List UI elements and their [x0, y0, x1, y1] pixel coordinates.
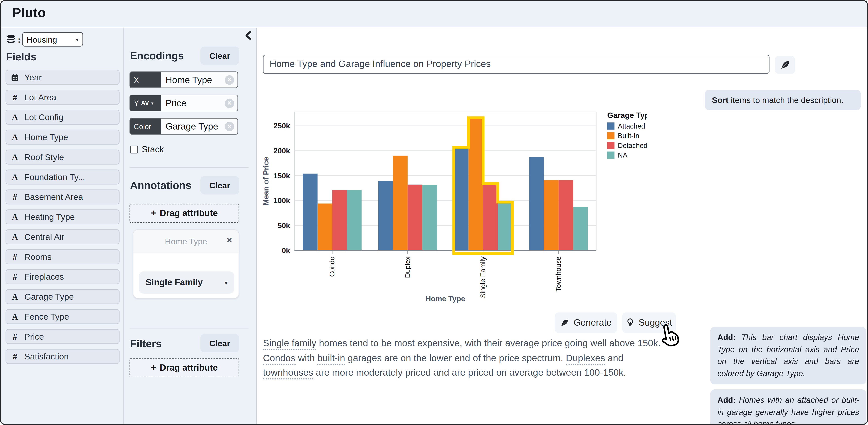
filters-heading: Filters [130, 338, 162, 350]
description-text: garages are on the lower end of the pric… [345, 352, 566, 363]
add-suggestion-card[interactable]: Add: Homes with an attached or built-in … [710, 390, 866, 425]
annotations-clear-button[interactable]: Clear [200, 176, 239, 194]
encoding-value: Garage Type [161, 118, 225, 134]
feather-icon [560, 318, 569, 327]
field-item-home-type[interactable]: AHome Type [6, 130, 120, 144]
field-item-satisfaction[interactable]: #Satisfaction [6, 349, 120, 364]
remove-encoding-icon[interactable]: × [225, 121, 234, 131]
description-text: are more moderately priced and are price… [313, 367, 626, 378]
lightbulb-icon [626, 318, 634, 328]
field-item-heating-type[interactable]: AHeating Type [6, 209, 120, 224]
description-term[interactable]: townhouses [263, 367, 313, 379]
field-label: Heating Type [24, 212, 75, 222]
aggregate-selector[interactable]: AV [141, 100, 149, 106]
encodings-heading: Encodings [130, 50, 184, 62]
field-item-roof-style[interactable]: ARoof Style [6, 149, 120, 165]
stack-row: Stack [130, 144, 164, 154]
field-item-fireplaces[interactable]: #Fireplaces [6, 269, 120, 284]
annotation-value-select[interactable]: Single Family ▾ [139, 272, 234, 294]
text-icon: A [10, 292, 20, 302]
svg-text:100k: 100k [274, 196, 290, 205]
chart-title-input[interactable] [263, 55, 770, 74]
field-label: Lot Config [24, 112, 64, 122]
app-title: Pluto [12, 5, 46, 21]
sort-hint[interactable]: Sort items to match the description. [705, 90, 861, 110]
field-item-foundation-ty[interactable]: AFoundation Ty... [6, 170, 120, 185]
svg-text:Single Family: Single Family [479, 256, 487, 298]
add-suggestion-card[interactable]: Add: This bar chart displays Home Type o… [710, 327, 866, 385]
filters-drag-target[interactable]: + Drag attribute [129, 359, 239, 377]
annotation-value: Single Family [146, 278, 203, 287]
encoding-pill-x[interactable]: XHome Type× [129, 72, 238, 88]
svg-text:NA: NA [618, 151, 627, 159]
field-item-fence-type[interactable]: AFence Type [6, 309, 120, 324]
suggestion-cards: Add: This bar chart displays Home Type o… [710, 327, 866, 425]
svg-text:Detached: Detached [618, 142, 647, 149]
dataset-selected-value: Housing [27, 35, 57, 44]
field-item-basement-area[interactable]: #Basement Area [6, 190, 120, 204]
field-item-year[interactable]: Year [6, 70, 120, 85]
field-label: Satisfaction [24, 351, 69, 362]
number-icon: # [10, 193, 20, 201]
database-icon [6, 34, 16, 45]
collapse-panel-icon[interactable] [245, 30, 252, 40]
chevron-down-icon: ▾ [76, 36, 79, 42]
generate-label: Generate [574, 317, 612, 328]
annotation-attribute: Home Type [165, 236, 207, 246]
description-text: homes tend to be most expensive, with th… [316, 338, 660, 348]
field-item-price[interactable]: #Price [6, 329, 120, 344]
generate-title-button[interactable] [775, 56, 795, 74]
field-label: Central Air [24, 232, 64, 242]
svg-text:Garage Type: Garage Type [607, 111, 647, 119]
field-label: Rooms [24, 252, 52, 262]
sort-hint-rest: items to match the description. [728, 95, 843, 105]
filters-drag-label: Drag attribute [160, 363, 218, 373]
app-header: Pluto [1, 1, 867, 27]
fields-sidebar: : Housing ▾ Fields Year#Lot AreaALot Con… [1, 28, 124, 424]
text-icon: A [10, 212, 20, 222]
close-icon[interactable]: × [227, 235, 232, 246]
description-term[interactable]: Condos [263, 352, 295, 365]
annotation-card-header: Home Type × [133, 230, 239, 253]
svg-text:Home Type: Home Type [426, 294, 465, 303]
field-item-lot-config[interactable]: ALot Config [6, 110, 120, 125]
svg-text:Townhouse: Townhouse [555, 256, 562, 291]
number-icon: # [10, 272, 20, 281]
section-divider [129, 167, 249, 168]
description-text: with [296, 352, 317, 363]
chevron-down-icon: ▾ [151, 101, 153, 106]
remove-encoding-icon[interactable]: × [225, 75, 234, 84]
field-item-lot-area[interactable]: #Lot Area [6, 90, 120, 105]
svg-text:Mean of Price: Mean of Price [262, 157, 270, 205]
text-icon: A [10, 172, 20, 182]
encodings-clear-button[interactable]: Clear [200, 47, 239, 65]
field-item-garage-type[interactable]: AGarage Type [6, 289, 120, 304]
field-label: Basement Area [24, 192, 83, 202]
section-divider [129, 328, 249, 329]
text-icon: A [10, 152, 20, 162]
app-window: Pluto : Housing ▾ Fields Year#Lot AreaAL… [0, 0, 868, 425]
field-item-central-air[interactable]: ACentral Air [6, 229, 120, 244]
text-icon: A [10, 232, 20, 242]
field-item-rooms[interactable]: #Rooms [6, 249, 120, 264]
description-term[interactable]: built-in [317, 352, 345, 365]
stack-label: Stack [142, 144, 164, 154]
description-term[interactable]: Duplexes [566, 352, 605, 365]
number-icon: # [10, 93, 20, 102]
dataset-select[interactable]: Housing ▾ [22, 32, 83, 47]
bar-chart[interactable]: 0k50k100k150k200k250kMean of PriceCondoD… [260, 109, 647, 309]
svg-text:50k: 50k [278, 221, 290, 230]
text-icon: A [10, 312, 20, 322]
sort-hint-bold: Sort [712, 95, 728, 105]
remove-encoding-icon[interactable]: × [225, 98, 234, 108]
encoding-pill-y[interactable]: YAV▾Price× [129, 95, 238, 111]
encoding-value: Price [161, 95, 225, 111]
annotations-drag-target[interactable]: + Drag attribute [129, 204, 239, 223]
filters-clear-button[interactable]: Clear [200, 334, 239, 352]
stack-checkbox[interactable] [130, 146, 138, 153]
suggestion-text: This bar chart displays Home Type on the… [717, 333, 859, 377]
description-term[interactable]: Single family [263, 338, 316, 350]
encoding-pill-color[interactable]: ColorGarage Type× [129, 118, 238, 135]
generate-button[interactable]: Generate [555, 312, 617, 333]
svg-text:Attached: Attached [618, 122, 645, 130]
